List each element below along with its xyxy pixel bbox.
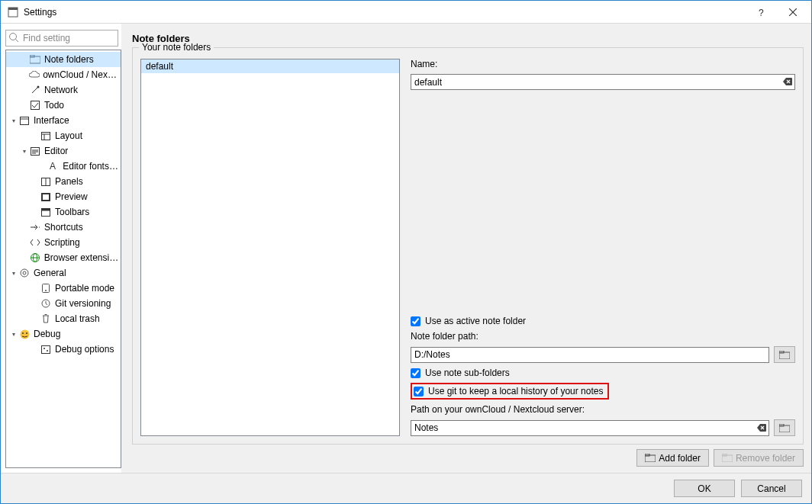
trash-icon: [40, 314, 52, 323]
toolbars-icon: [40, 208, 52, 217]
folder-list-item[interactable]: default: [141, 59, 399, 73]
remove-folder-button[interactable]: Remove folder: [714, 449, 804, 467]
folder-icon: [29, 55, 41, 64]
tree-item-general[interactable]: ▾General: [6, 265, 121, 281]
chevron-down-icon[interactable]: ▾: [20, 148, 29, 155]
cloud-path-input[interactable]: [411, 420, 769, 436]
name-label: Name:: [411, 59, 795, 69]
tree-item-editor-fonts[interactable]: AEditor fonts & ...: [6, 159, 121, 174]
panels-icon: [40, 178, 52, 186]
svg-rect-39: [42, 345, 50, 353]
svg-rect-27: [42, 208, 50, 210]
tree-item-note-folders[interactable]: Note folders: [6, 52, 121, 67]
tree-item-layout[interactable]: Layout: [6, 128, 121, 143]
settings-icon: [40, 345, 52, 354]
tree-item-panels[interactable]: Panels: [6, 174, 121, 189]
svg-line-6: [16, 40, 19, 43]
svg-rect-14: [42, 132, 50, 140]
close-button[interactable]: [778, 2, 808, 23]
svg-point-40: [44, 348, 45, 349]
tree-item-debug-options[interactable]: Debug options: [6, 342, 121, 357]
svg-point-36: [20, 329, 29, 339]
network-icon: [29, 85, 41, 95]
preview-icon: [40, 193, 52, 201]
dialog-footer: OK Cancel: [1, 473, 811, 503]
svg-point-38: [26, 332, 27, 334]
drive-icon: [40, 284, 52, 293]
name-input[interactable]: [411, 74, 795, 90]
window-icon: [18, 117, 31, 125]
app-icon: [7, 6, 19, 18]
tree-item-editor[interactable]: ▾Editor: [6, 143, 121, 159]
svg-rect-25: [43, 194, 49, 200]
svg-point-10: [37, 86, 40, 88]
browse-path-button[interactable]: [774, 346, 795, 363]
path-label: Note folder path:: [411, 331, 795, 342]
svg-line-9: [32, 87, 38, 93]
svg-point-31: [21, 269, 28, 277]
tree-item-portable[interactable]: Portable mode: [6, 281, 121, 296]
tree-item-git[interactable]: Git versioning: [6, 296, 121, 311]
browse-cloud-button[interactable]: [774, 419, 795, 436]
tree-item-shortcuts[interactable]: Shortcuts: [6, 220, 121, 235]
clear-icon[interactable]: [756, 422, 767, 433]
clear-icon[interactable]: [782, 76, 793, 87]
layout-icon: [40, 132, 52, 140]
chevron-down-icon[interactable]: ▾: [9, 270, 18, 277]
cloud-icon: [28, 71, 40, 79]
tree-item-preview[interactable]: Preview: [6, 189, 121, 204]
window-title: Settings: [24, 7, 747, 18]
sidebar: Note folders ownCloud / Nextcl... Networ…: [1, 24, 121, 473]
tree-item-owncloud[interactable]: ownCloud / Nextcl...: [6, 67, 121, 82]
search-input[interactable]: [5, 30, 118, 47]
font-icon: A: [49, 162, 60, 171]
svg-rect-12: [21, 117, 29, 124]
tree-item-interface[interactable]: ▾Interface: [6, 113, 121, 128]
folder-list[interactable]: default: [140, 59, 400, 436]
checkbox-icon: [29, 101, 41, 110]
chevron-down-icon[interactable]: ▾: [9, 331, 18, 338]
settings-tree[interactable]: Note folders ownCloud / Nextcl... Networ…: [5, 50, 121, 468]
tree-item-network[interactable]: Network: [6, 82, 121, 98]
code-icon: [29, 239, 41, 246]
svg-point-32: [23, 271, 26, 274]
tree-item-trash[interactable]: Local trash: [6, 311, 121, 326]
settings-panel: Note folders Your note folders default N…: [121, 24, 811, 473]
globe-icon: [29, 253, 41, 262]
tree-item-scripting[interactable]: Scripting: [6, 235, 121, 250]
panel-heading: Note folders: [132, 33, 804, 44]
svg-point-5: [10, 34, 17, 40]
history-icon: [40, 299, 52, 308]
svg-rect-1: [8, 8, 18, 10]
tree-item-browser-ext[interactable]: Browser extension: [6, 250, 121, 265]
ok-button[interactable]: OK: [674, 480, 735, 497]
svg-point-34: [45, 290, 47, 291]
svg-point-41: [47, 350, 48, 352]
subfolders-checkbox[interactable]: Use note sub-folders: [411, 368, 795, 378]
svg-point-37: [22, 332, 24, 334]
git-highlight: Use git to keep a local history of your …: [411, 383, 609, 400]
tree-item-toolbars[interactable]: Toolbars: [6, 204, 121, 220]
shortcut-icon: [29, 223, 41, 231]
svg-text:A: A: [50, 162, 56, 171]
cancel-button[interactable]: Cancel: [741, 480, 802, 497]
title-bar: Settings ?: [1, 1, 811, 24]
active-folder-checkbox[interactable]: Use as active note folder: [411, 316, 795, 326]
add-folder-button[interactable]: Add folder: [636, 449, 709, 467]
search-icon: [8, 32, 19, 43]
svg-text:?: ?: [759, 8, 764, 18]
help-button[interactable]: ?: [747, 2, 778, 23]
chevron-down-icon[interactable]: ▾: [9, 117, 18, 124]
cloud-path-label: Path on your ownCloud / Nextcloud server…: [411, 404, 795, 415]
tree-item-debug[interactable]: ▾Debug: [6, 326, 121, 342]
group-label: Your note folders: [139, 42, 214, 53]
gear-icon: [18, 268, 31, 278]
editor-icon: [29, 147, 41, 156]
path-input[interactable]: [411, 347, 769, 363]
note-folders-group: Your note folders default Name: Use as a…: [132, 47, 804, 445]
tree-item-todo[interactable]: Todo: [6, 98, 121, 113]
git-checkbox[interactable]: Use git to keep a local history of your …: [414, 386, 603, 396]
folder-form: Name: Use as active note folder Note fol…: [411, 59, 795, 436]
debug-icon: [18, 329, 31, 339]
